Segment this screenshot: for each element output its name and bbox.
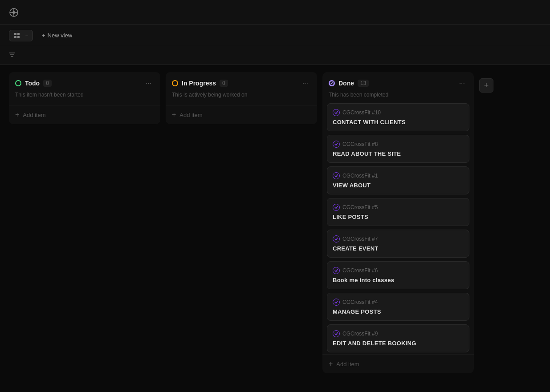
column-todo-menu-button[interactable]: ··· — [143, 78, 154, 88]
card-id: CGCrossFit #4 — [342, 299, 378, 305]
app-logo-icon — [9, 8, 19, 17]
card-id: CGCrossFit #1 — [342, 173, 378, 179]
toolbar: + New view — [0, 25, 550, 46]
add-item-label: Add item — [336, 361, 359, 368]
filter-icon — [9, 52, 15, 59]
svg-rect-5 — [17, 33, 20, 35]
new-view-plus-icon: + — [42, 32, 45, 39]
card-meta: CGCrossFit #5 — [333, 204, 464, 211]
list-item[interactable]: CGCrossFit #7CREATE EVENT — [327, 230, 469, 258]
card-meta: CGCrossFit #9 — [333, 330, 464, 337]
done-status-icon — [329, 80, 335, 86]
app-title — [9, 8, 22, 17]
card-meta: CGCrossFit #7 — [333, 235, 464, 242]
list-item[interactable]: CGCrossFit #6Book me into classes — [327, 261, 469, 289]
done-check-icon — [333, 267, 340, 274]
list-item[interactable]: CGCrossFit #4MANAGE POSTS — [327, 293, 469, 321]
board: Todo0···This item hasn't been started+Ad… — [0, 65, 550, 392]
svg-rect-7 — [17, 36, 20, 38]
card-meta: CGCrossFit #1 — [333, 172, 464, 179]
add-item-plus-icon: + — [172, 111, 176, 119]
card-title: CONTACT WITH CLIENTS — [333, 119, 464, 125]
column-done: Done13···This has been completed CGCross… — [322, 72, 474, 373]
svg-rect-6 — [14, 36, 16, 38]
card-title: CREATE EVENT — [333, 245, 464, 252]
card-title: VIEW ABOUT — [333, 182, 464, 189]
column-done-subtitle: This has been completed — [322, 92, 474, 103]
svg-point-14 — [333, 173, 340, 179]
add-item-label: Add item — [179, 112, 202, 118]
list-item[interactable]: CGCrossFit #8READ ABOUT THE SITE — [327, 135, 469, 163]
column-inprogress-add-item[interactable]: +Add item — [166, 105, 317, 124]
header — [0, 0, 550, 25]
card-id: CGCrossFit #6 — [342, 267, 378, 274]
column-todo-subtitle: This item hasn't been started — [9, 92, 160, 103]
column-inprogress-header: In Progress0··· — [166, 72, 317, 92]
card-id: CGCrossFit #9 — [342, 331, 378, 337]
card-title: READ ABOUT THE SITE — [333, 150, 464, 157]
column-todo: Todo0···This item hasn't been started+Ad… — [9, 72, 160, 124]
column-inprogress-title: In Progress — [182, 80, 216, 87]
svg-point-19 — [333, 331, 340, 337]
table-icon — [14, 32, 20, 39]
column-done-add-item[interactable]: +Add item — [322, 354, 474, 373]
column-done-count: 13 — [358, 80, 369, 87]
svg-point-17 — [333, 267, 340, 274]
card-meta: CGCrossFit #8 — [333, 141, 464, 148]
card-id: CGCrossFit #8 — [342, 141, 378, 147]
card-id: CGCrossFit #5 — [342, 204, 378, 210]
column-inprogress-menu-button[interactable]: ··· — [300, 78, 311, 88]
inprogress-status-icon — [172, 80, 178, 86]
card-title: Book me into classes — [333, 277, 464, 283]
card-meta: CGCrossFit #4 — [333, 299, 464, 306]
svg-point-18 — [333, 299, 340, 306]
done-check-icon — [333, 172, 340, 179]
done-check-icon — [333, 299, 340, 306]
svg-point-13 — [333, 141, 340, 148]
done-check-icon — [333, 204, 340, 211]
column-inprogress-subtitle: This is actively being worked on — [166, 92, 317, 103]
svg-point-12 — [333, 109, 340, 116]
filter-bar — [0, 46, 550, 65]
done-check-icon — [333, 330, 340, 337]
card-title: EDIT AND DELETE BOOKING — [333, 340, 464, 347]
done-check-icon — [333, 109, 340, 116]
list-item[interactable]: CGCrossFit #10CONTACT WITH CLIENTS — [327, 103, 469, 131]
card-meta: CGCrossFit #10 — [333, 109, 464, 116]
column-done-title: Done — [338, 80, 354, 87]
list-item[interactable]: CGCrossFit #5LIKE POSTS — [327, 198, 469, 226]
svg-point-15 — [333, 204, 340, 211]
column-inprogress-count: 0 — [220, 80, 228, 87]
column-inprogress-title-group: In Progress0 — [172, 80, 228, 87]
column-todo-title-group: Todo0 — [15, 80, 52, 87]
svg-point-16 — [333, 236, 340, 242]
column-inprogress: In Progress0···This is actively being wo… — [166, 72, 317, 124]
card-title: MANAGE POSTS — [333, 308, 464, 315]
card-title: LIKE POSTS — [333, 214, 464, 220]
column-todo-title: Todo — [25, 80, 40, 87]
done-check-icon — [333, 235, 340, 242]
done-check-icon — [333, 141, 340, 148]
column-done-header: Done13··· — [322, 72, 474, 92]
add-item-plus-icon: + — [15, 111, 19, 119]
list-item[interactable]: CGCrossFit #9EDIT AND DELETE BOOKING — [327, 324, 469, 352]
column-todo-header: Todo0··· — [9, 72, 160, 92]
todo-status-icon — [15, 80, 21, 86]
view-button[interactable] — [9, 30, 33, 41]
svg-rect-4 — [14, 33, 16, 35]
chevron-down-icon[interactable] — [25, 35, 28, 36]
filter-button[interactable] — [9, 52, 18, 59]
new-view-label: New view — [48, 32, 73, 39]
card-meta: CGCrossFit #6 — [333, 267, 464, 274]
column-done-title-group: Done13 — [329, 80, 369, 87]
add-item-plus-icon: + — [329, 360, 333, 368]
card-id: CGCrossFit #7 — [342, 236, 378, 242]
column-done-menu-button[interactable]: ··· — [456, 78, 468, 88]
column-todo-count: 0 — [43, 80, 52, 87]
column-done-cards: CGCrossFit #10CONTACT WITH CLIENTS CGCro… — [322, 103, 474, 352]
card-id: CGCrossFit #10 — [342, 109, 381, 116]
list-item[interactable]: CGCrossFit #1VIEW ABOUT — [327, 166, 469, 194]
new-view-button[interactable]: + New view — [38, 30, 76, 41]
add-column-button[interactable]: + — [479, 78, 493, 93]
column-todo-add-item[interactable]: +Add item — [9, 105, 160, 124]
